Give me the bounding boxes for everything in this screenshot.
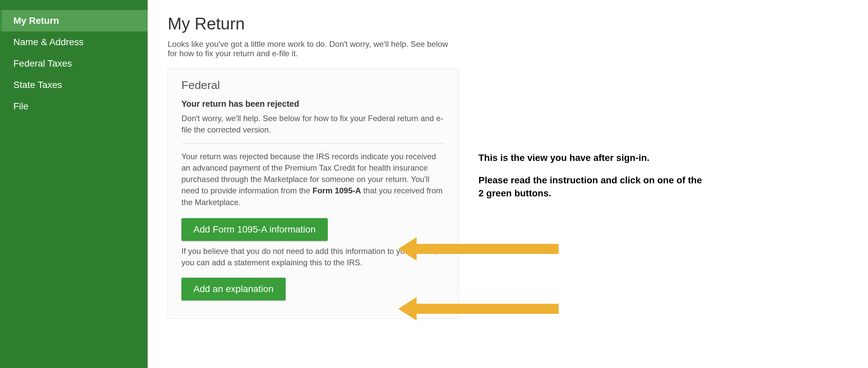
sidebar-item-name-address[interactable]: Name & Address (0, 31, 148, 53)
rejection-text: Don't worry, we'll help. See below for h… (181, 113, 445, 135)
rejection-heading: Your return has been rejected (181, 99, 445, 109)
main-content: My Return Looks like you've got a little… (148, 0, 868, 368)
explanation-text: Your return was rejected because the IRS… (181, 151, 445, 208)
card-title: Federal (181, 79, 445, 92)
add-explanation-button[interactable]: Add an explanation (181, 278, 286, 301)
sidebar-item-file[interactable]: File (0, 96, 148, 117)
federal-card: Federal Your return has been rejected Do… (168, 68, 458, 319)
add-form-1095a-button[interactable]: Add Form 1095-A information (181, 218, 328, 241)
arrow-left-icon (398, 237, 559, 261)
sidebar-item-state-taxes[interactable]: State Taxes (0, 74, 148, 96)
annotation-line-2: Please read the instruction and click on… (478, 174, 706, 200)
svg-marker-0 (398, 237, 559, 261)
arrow-1 (398, 237, 559, 261)
sidebar-item-my-return[interactable]: My Return (0, 10, 148, 31)
sidebar-item-federal-taxes[interactable]: Federal Taxes (0, 53, 148, 74)
explanation-bold: Form 1095-A (312, 186, 361, 195)
arrow-left-icon (398, 297, 559, 320)
page-subtitle: Looks like you've got a little more work… (168, 39, 458, 58)
page-title: My Return (168, 14, 458, 33)
arrow-2 (398, 297, 559, 320)
svg-marker-1 (398, 297, 559, 320)
annotations: This is the view you have after sign-in.… (478, 14, 848, 354)
divider (181, 143, 445, 143)
annotation-line-1: This is the view you have after sign-in. (478, 151, 706, 164)
sidebar: My Return Name & Address Federal Taxes S… (0, 0, 148, 368)
